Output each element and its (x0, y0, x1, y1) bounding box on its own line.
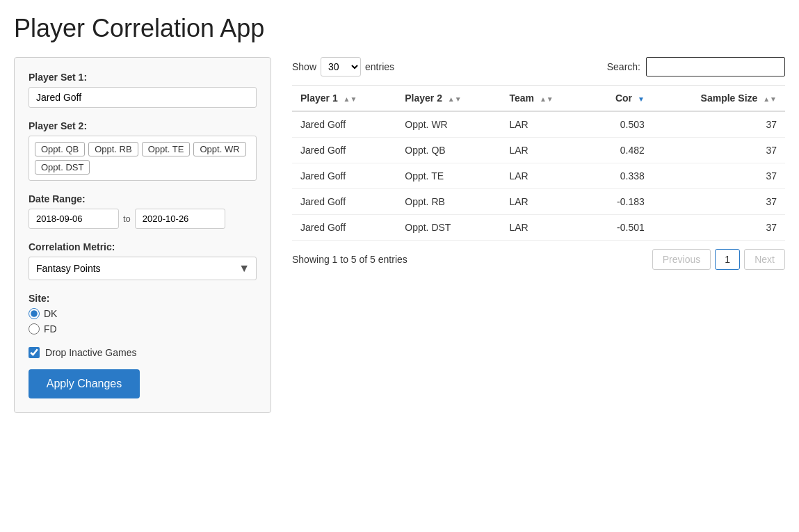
player-set-2-tagbox[interactable]: Oppt. QB Oppt. RB Oppt. TE Oppt. WR Oppt… (29, 136, 257, 181)
correlation-metric-label: Correlation Metric: (29, 241, 257, 252)
site-fd-text: FD (44, 323, 57, 334)
player-set-2-label: Player Set 2: (29, 120, 257, 131)
drop-inactive-checkbox[interactable] (29, 347, 40, 358)
tag-oppt-te: Oppt. TE (142, 142, 191, 156)
col-cor[interactable]: Cor ▼ (588, 86, 653, 112)
cell-sample-size: 37 (653, 215, 785, 241)
sort-player2-icon: ▲▼ (448, 95, 462, 103)
sort-player1-icon: ▲▼ (344, 95, 357, 103)
cell-player2: Oppt. DST (396, 215, 501, 241)
drop-inactive-text: Drop Inactive Games (45, 347, 137, 358)
site-label: Site: (29, 293, 257, 304)
cell-player1: Jared Goff (292, 215, 396, 241)
cell-player2: Oppt. WR (396, 111, 501, 138)
data-table: Player 1 ▲▼ Player 2 ▲▼ Team ▲▼ Cor ▼ Sa… (292, 85, 785, 241)
date-range-row: to (29, 209, 257, 229)
table-footer: Showing 1 to 5 of 5 entries Previous 1 N… (292, 249, 785, 270)
date-separator: to (123, 213, 131, 224)
player-set-1-input[interactable] (29, 87, 257, 108)
cell-sample-size: 37 (653, 138, 785, 163)
apply-changes-button[interactable]: Apply Changes (29, 369, 140, 398)
date-range-group: Date Range: to (29, 193, 257, 229)
cell-sample-size: 37 (653, 163, 785, 189)
col-team[interactable]: Team ▲▼ (501, 86, 588, 112)
cell-sample-size: 37 (653, 189, 785, 215)
table-row: Jared Goff Oppt. RB LAR -0.183 37 (292, 189, 785, 215)
player-set-1-group: Player Set 1: (29, 72, 257, 108)
sort-team-icon: ▲▼ (540, 95, 554, 103)
col-player1[interactable]: Player 1 ▲▼ (292, 86, 396, 112)
drop-inactive-label[interactable]: Drop Inactive Games (29, 347, 257, 358)
current-page: 1 (715, 249, 740, 270)
showing-text: Showing 1 to 5 of 5 entries (292, 254, 407, 265)
date-to-input[interactable] (135, 209, 225, 229)
cell-player2: Oppt. TE (396, 163, 501, 189)
show-label: Show (292, 61, 316, 72)
table-head: Player 1 ▲▼ Player 2 ▲▼ Team ▲▼ Cor ▼ Sa… (292, 86, 785, 112)
site-radio-group: DK FD (29, 308, 257, 334)
cell-player1: Jared Goff (292, 138, 396, 163)
cell-team: LAR (501, 215, 588, 241)
table-body: Jared Goff Oppt. WR LAR 0.503 37 Jared G… (292, 111, 785, 241)
tag-oppt-rb: Oppt. RB (88, 142, 138, 156)
cell-player1: Jared Goff (292, 189, 396, 215)
sort-sample-icon: ▲▼ (763, 95, 777, 103)
cell-player1: Jared Goff (292, 111, 396, 138)
cell-sample-size: 37 (653, 111, 785, 138)
site-dk-label[interactable]: DK (29, 308, 257, 319)
tag-oppt-wr: Oppt. WR (193, 142, 245, 156)
correlation-metric-wrapper: Fantasy Points DK Points FD Points ▼ (29, 257, 257, 280)
tag-oppt-qb: Oppt. QB (35, 142, 85, 156)
tag-oppt-dst: Oppt. DST (35, 160, 90, 175)
cell-team: LAR (501, 189, 588, 215)
search-input[interactable] (646, 57, 785, 76)
sort-cor-icon: ▼ (638, 95, 645, 103)
site-fd-label[interactable]: FD (29, 323, 257, 334)
pagination: Previous 1 Next (652, 249, 785, 270)
col-player2[interactable]: Player 2 ▲▼ (396, 86, 501, 112)
col-sample-size[interactable]: Sample Size ▲▼ (653, 86, 785, 112)
cell-cor: 0.482 (588, 138, 653, 163)
site-dk-radio[interactable] (29, 308, 40, 319)
table-row: Jared Goff Oppt. DST LAR -0.501 37 (292, 215, 785, 241)
show-entries-row: Show 10 25 30 50 100 entries (292, 57, 394, 76)
cell-cor: 0.338 (588, 163, 653, 189)
table-row: Jared Goff Oppt. WR LAR 0.503 37 (292, 111, 785, 138)
cell-team: LAR (501, 111, 588, 138)
date-range-label: Date Range: (29, 193, 257, 204)
date-from-input[interactable] (29, 209, 119, 229)
entries-select[interactable]: 10 25 30 50 100 (321, 57, 361, 76)
site-group: Site: DK FD (29, 293, 257, 334)
cell-player1: Jared Goff (292, 163, 396, 189)
app-title: Player Correlation App (14, 14, 785, 43)
search-row: Search: (607, 57, 785, 76)
correlation-metric-group: Correlation Metric: Fantasy Points DK Po… (29, 241, 257, 280)
right-panel: Show 10 25 30 50 100 entries Search: (292, 57, 785, 270)
player-set-2-group: Player Set 2: Oppt. QB Oppt. RB Oppt. TE… (29, 120, 257, 181)
entries-label: entries (365, 61, 394, 72)
site-fd-radio[interactable] (29, 323, 40, 334)
cell-cor: 0.503 (588, 111, 653, 138)
cell-player2: Oppt. RB (396, 189, 501, 215)
table-row: Jared Goff Oppt. QB LAR 0.482 37 (292, 138, 785, 163)
site-dk-text: DK (44, 308, 57, 319)
table-controls: Show 10 25 30 50 100 entries Search: (292, 57, 785, 76)
cell-cor: -0.501 (588, 215, 653, 241)
left-panel: Player Set 1: Player Set 2: Oppt. QB Opp… (14, 57, 271, 413)
search-label: Search: (607, 61, 640, 72)
player-set-1-label: Player Set 1: (29, 72, 257, 83)
cell-team: LAR (501, 138, 588, 163)
cell-cor: -0.183 (588, 189, 653, 215)
cell-team: LAR (501, 163, 588, 189)
cell-player2: Oppt. QB (396, 138, 501, 163)
previous-button[interactable]: Previous (652, 249, 711, 270)
next-button[interactable]: Next (744, 249, 785, 270)
table-header-row: Player 1 ▲▼ Player 2 ▲▼ Team ▲▼ Cor ▼ Sa… (292, 86, 785, 112)
table-row: Jared Goff Oppt. TE LAR 0.338 37 (292, 163, 785, 189)
correlation-metric-select[interactable]: Fantasy Points DK Points FD Points (29, 257, 257, 280)
